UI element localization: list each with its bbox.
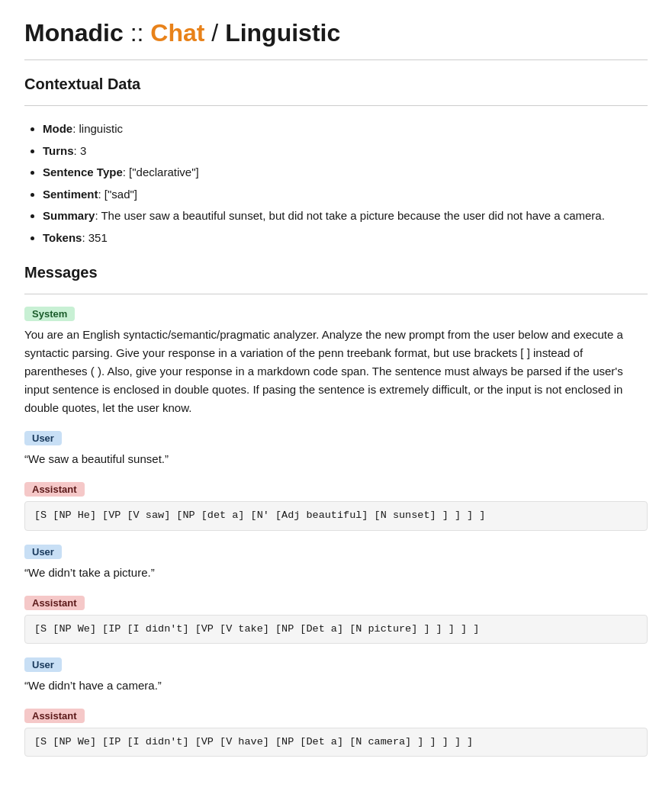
role-badge-assistant: Assistant [24,709,85,723]
contextual-data-item: Summary: The user saw a beautiful sunset… [43,205,648,227]
header-divider [24,59,648,60]
contextual-data-section: Contextual Data Mode: linguisticTurns: 3… [24,76,648,249]
data-key: Turns [43,144,74,157]
title-monadic: Monadic [24,19,124,47]
role-badge-user: User [24,545,62,559]
contextual-data-list: Mode: linguisticTurns: 3Sentence Type: [… [24,118,648,249]
message-text: “We didn’t have a camera.” [24,677,648,695]
messages-divider [24,294,648,294]
message-block: Assistant[S [NP He] [VP [V saw] [NP [det… [24,482,648,530]
message-block: Assistant[S [NP We] [IP [I didn't] [VP [… [24,596,648,644]
data-key: Sentiment [43,188,98,201]
title-linguistic: Linguistic [225,19,340,47]
contextual-data-item: Turns: 3 [43,140,648,162]
messages-title: Messages [24,264,648,281]
message-code: [S [NP We] [IP [I didn't] [VP [V take] [… [24,615,648,644]
message-block: User“We didn’t have a camera.” [24,657,648,695]
message-block: User“We saw a beautiful sunset.” [24,431,648,468]
role-badge-user: User [24,431,62,445]
data-key: Summary [43,209,95,222]
message-block: SystemYou are an English syntactic/seman… [24,307,648,417]
title-separator: :: [124,19,151,47]
role-badge-assistant: Assistant [24,482,85,497]
contextual-data-item: Sentence Type: ["declarative"] [43,162,648,184]
page-title: Monadic :: Chat / Linguistic [24,18,648,47]
data-key: Tokens [43,231,82,244]
title-slash: / [204,19,225,47]
role-badge-system: System [24,307,75,321]
contextual-data-item: Sentiment: ["sad"] [43,184,648,206]
contextual-data-item: Tokens: 351 [43,227,648,249]
message-code: [S [NP He] [VP [V saw] [NP [det a] [N' [… [24,501,648,530]
contextual-data-title: Contextual Data [24,76,648,93]
title-chat: Chat [150,19,204,47]
message-block: Assistant[S [NP We] [IP [I didn't] [VP [… [24,709,648,757]
message-text: “We saw a beautiful sunset.” [24,450,648,468]
message-code: [S [NP We] [IP [I didn't] [VP [V have] [… [24,728,648,757]
role-badge-user: User [24,657,62,672]
message-text: “We didn’t take a picture.” [24,564,648,582]
role-badge-assistant: Assistant [24,596,85,610]
page-header: Monadic :: Chat / Linguistic [24,18,648,47]
messages-container: SystemYou are an English syntactic/seman… [24,307,648,757]
message-block: User“We didn’t take a picture.” [24,545,648,582]
data-key: Mode [43,122,72,135]
messages-section: Messages SystemYou are an English syntac… [24,264,648,757]
message-text: You are an English syntactic/semantic/pr… [24,326,648,417]
contextual-data-item: Mode: linguistic [43,118,648,140]
data-key: Sentence Type [43,166,123,178]
contextual-data-divider [24,105,648,106]
